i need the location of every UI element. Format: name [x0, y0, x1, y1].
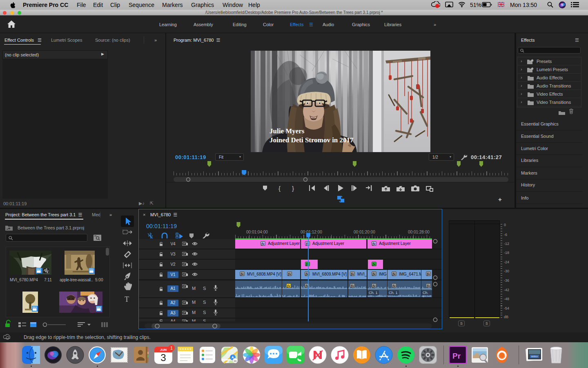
svg-text:3D: 3D [234, 360, 237, 362]
svg-text:Julie Myers: Julie Myers [270, 127, 305, 135]
svg-text:JUN: JUN [160, 348, 167, 352]
svg-text:{: { [278, 185, 281, 192]
svg-text:T: T [125, 295, 129, 303]
svg-text:MIRKA: MIRKA [531, 355, 538, 358]
svg-text:Pr: Pr [452, 352, 461, 360]
svg-text:1: 1 [170, 346, 173, 350]
svg-text:Joined Deti Stromov in 2017: Joined Deti Stromov in 2017 [270, 136, 354, 144]
svg-text:3: 3 [160, 352, 166, 363]
svg-text:}: } [292, 185, 294, 192]
